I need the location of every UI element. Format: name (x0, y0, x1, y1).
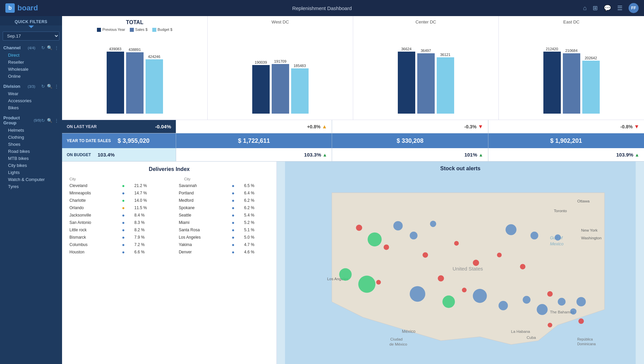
on-last-year-east-arrow: ▼ (634, 124, 639, 130)
on-budget-east-arrow: ▲ (635, 152, 639, 158)
sidebar-item-direct[interactable]: Direct (3, 52, 59, 59)
city-right: Yakima (177, 241, 230, 248)
ytd-west-cell: $ 1,722,611 (176, 133, 332, 148)
menu-icon[interactable]: ☰ (617, 4, 623, 12)
stock-alerts-title: Stock out alerts (277, 166, 644, 172)
list-item: Columbus●7.2 %Yakima●4.7 % (68, 241, 270, 248)
sidebar-item-accessories[interactable]: Accessories (3, 97, 59, 104)
city-right: Seattle (177, 212, 230, 219)
dot-right: ● (230, 227, 242, 233)
list-item: Charlotte●14.0 %Medford●6.2 % (68, 197, 270, 204)
chart-center-title: Center DC (359, 19, 493, 24)
sidebar-item-city-bikes[interactable]: City bikes (3, 162, 59, 169)
product-group-search-icon[interactable]: 🔍 (47, 118, 52, 123)
bar-east-budget-value: 202642 (585, 56, 597, 60)
dot-right: ● (230, 197, 242, 204)
ytd-row: YEAR TO DATE SALES $ 3,955,020 $ 1,722,6… (62, 133, 644, 148)
date-filter-container: Sep.17 (0, 29, 62, 43)
map-dot (339, 268, 352, 281)
map-dot-alert (548, 323, 552, 327)
svg-text:Toronto: Toronto (554, 208, 567, 213)
map-dot-alert (384, 244, 389, 250)
dot-right: ● (230, 190, 242, 196)
city-left: San Antonio (68, 219, 120, 226)
map-dot-alert (454, 241, 459, 246)
dot-left: ● (121, 241, 132, 248)
on-last-year-center-value: -0.3% (464, 124, 477, 129)
city-right: Miami (177, 219, 230, 226)
on-budget-west-cell: 103.3% ▲ (176, 148, 332, 162)
chart-east-title: East DC (504, 19, 639, 24)
city-left: Charlotte (68, 197, 120, 204)
pct-right: 5.4 % (243, 212, 270, 219)
product-group-icons: ↻ 🔍 ⋮ (41, 118, 59, 123)
sidebar-item-tyres[interactable]: Tyres (3, 183, 59, 190)
chat-icon[interactable]: 💬 (604, 4, 611, 12)
on-last-year-west-value: +0.8% (307, 124, 320, 129)
division-refresh-icon[interactable]: ↻ (41, 84, 45, 89)
bar-center-sales-value: 36497 (421, 49, 431, 53)
sidebar-item-shoes[interactable]: Shoes (3, 141, 59, 148)
sidebar-item-road-bikes[interactable]: Road bikes (3, 148, 59, 155)
bar-total-sales (126, 52, 144, 114)
svg-text:República: República (577, 338, 593, 341)
map-dot-alert (578, 318, 584, 324)
division-title: Division (3, 84, 20, 89)
product-group-refresh-icon[interactable]: ↻ (41, 118, 45, 123)
on-budget-row: ON BUDGET 103.4% 103.3% ▲ 101% ▲ 103.9% … (62, 148, 644, 162)
list-item: Houston●6.6 %Denver●4.6 % (68, 249, 270, 255)
map-dot (523, 296, 530, 304)
ytd-center-cell: $ 330,208 (332, 133, 488, 148)
product-group-header[interactable]: Product Group (9/9) ↻ 🔍 ⋮ (3, 115, 59, 125)
dot-right: ● (230, 249, 242, 255)
map-dot (577, 297, 586, 306)
product-group-more-icon[interactable]: ⋮ (54, 118, 59, 123)
bar-east-budget (582, 61, 600, 114)
sidebar-item-mtb-bikes[interactable]: MTB bikes (3, 155, 59, 162)
dot-right: ● (230, 241, 242, 248)
map-dot-alert (356, 225, 362, 231)
date-filter-select[interactable]: Sep.17 (3, 32, 59, 41)
division-header[interactable]: Division (3/3) ↻ 🔍 ⋮ (3, 84, 59, 89)
pct-right: 6.5 % (243, 182, 270, 189)
bar-east-sales-value: 210684 (565, 49, 578, 53)
on-budget-label: ON BUDGET (67, 153, 91, 157)
sidebar-item-helmets[interactable]: Helmets (3, 127, 59, 134)
sidebar-item-watch-computer[interactable]: Watch & Computer (3, 176, 59, 183)
home-icon[interactable]: ⌂ (583, 5, 587, 12)
channel-search-icon[interactable]: 🔍 (47, 45, 52, 50)
charts-row: TOTAL Previous Year Sales $ Budget $ 439… (62, 16, 644, 120)
on-last-year-center-arrow: ▼ (478, 124, 483, 130)
sidebar-item-reseller[interactable]: Reseller (3, 59, 59, 66)
sidebar-item-bikes[interactable]: Bikes (3, 104, 59, 111)
quick-filters-arrow (29, 25, 34, 28)
sidebar-item-wear[interactable]: Wear (3, 90, 59, 97)
bar-total-prev (107, 52, 124, 114)
channel-refresh-icon[interactable]: ↻ (41, 45, 45, 50)
page-title: Replenishment Dashboard (292, 5, 352, 11)
quick-filters-label: QUICK FILTERS (0, 16, 62, 25)
on-last-year-west-arrow: ▲ (322, 124, 327, 130)
deliveries-title: Deliveries Index (67, 166, 271, 172)
pct-right: 6.2 % (243, 204, 270, 211)
city-left: Houston (68, 249, 120, 255)
sidebar-item-wholesale[interactable]: Wholesale (3, 66, 59, 73)
dot-right: ● (230, 234, 242, 241)
bar-total-sales-value: 438891 (128, 48, 141, 52)
chart-west: West DC 190039 191709 185483 (208, 16, 353, 120)
grid-icon[interactable]: ⊞ (593, 4, 598, 12)
ytd-east-cell: $ 1,902,201 (488, 133, 644, 148)
channel-header[interactable]: Channel (4/4) ↻ 🔍 ⋮ (3, 45, 59, 50)
deliveries-table: City City Cleveland●21.2 %Savannah●6.5 %… (67, 176, 271, 256)
sidebar-item-clothing[interactable]: Clothing (3, 134, 59, 141)
product-group-badge: (9/9) (34, 118, 41, 122)
chart-total: TOTAL Previous Year Sales $ Budget $ 439… (62, 16, 208, 120)
channel-more-icon[interactable]: ⋮ (54, 45, 59, 50)
svg-text:Dominicana: Dominicana (577, 342, 596, 346)
sidebar-item-lights[interactable]: Lights (3, 169, 59, 176)
avatar[interactable]: FF (629, 3, 639, 13)
division-search-icon[interactable]: 🔍 (47, 84, 52, 89)
pct-right: 6.4 % (243, 190, 270, 196)
sidebar-item-online[interactable]: Online (3, 73, 59, 80)
division-more-icon[interactable]: ⋮ (54, 84, 59, 89)
